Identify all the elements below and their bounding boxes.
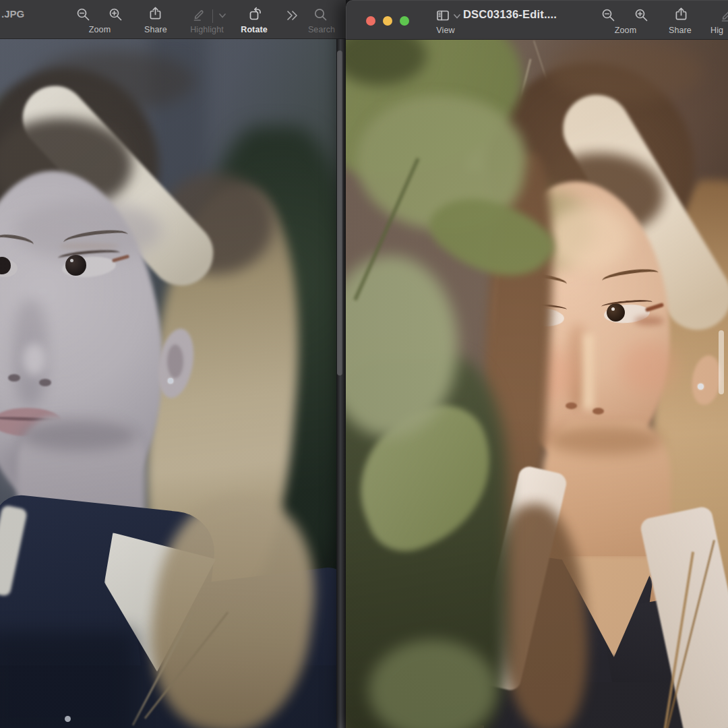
photo-canvas-edited	[346, 38, 728, 728]
window-title-partial: .JPG	[1, 8, 24, 20]
highlight-button[interactable]	[191, 7, 209, 24]
share-label: Share	[663, 26, 698, 35]
view-button[interactable]	[435, 7, 452, 25]
fullscreen-button[interactable]	[400, 16, 409, 26]
highlight-pencil-icon	[719, 7, 728, 24]
cool-tone-overlay	[0, 38, 336, 728]
zoom-in-button[interactable]	[634, 7, 651, 25]
search-label: Search	[303, 25, 340, 34]
highlight-label-clipped: Hig	[710, 26, 728, 35]
share-button[interactable]	[673, 6, 691, 24]
zoom-out-button[interactable]	[75, 7, 93, 24]
magnifier-minus-icon	[601, 7, 617, 24]
toolbar-left: .JPG Zoom Share Highlight R	[0, 0, 346, 39]
share-button[interactable]	[148, 5, 165, 23]
share-icon	[148, 5, 164, 22]
double-chevron-right-icon	[284, 7, 301, 24]
window-title: DSC03136-Edit....	[463, 8, 557, 21]
rotate-icon	[247, 6, 264, 22]
desktop: .JPG Zoom Share Highlight R	[0, 0, 728, 728]
share-icon	[673, 6, 690, 22]
magnifier-plus-icon	[108, 7, 124, 23]
zoom-label: Zoom	[80, 25, 120, 34]
photo-canvas-original	[0, 38, 336, 728]
scrollbar-thumb-left[interactable]	[337, 51, 342, 375]
zoom-in-button[interactable]	[108, 7, 125, 24]
minimize-button[interactable]	[383, 16, 392, 26]
rotate-button[interactable]	[247, 6, 265, 24]
view-label: View	[429, 26, 462, 35]
toolbar-divider	[212, 9, 213, 23]
toolbar-right: View DSC03136-Edit.... Zoom Share Hig	[346, 0, 728, 40]
scrollbar-thumb-right[interactable]	[719, 330, 724, 394]
share-label: Share	[138, 25, 173, 34]
search-icon	[313, 7, 329, 23]
preview-window-edited: View DSC03136-Edit.... Zoom Share Hig	[346, 0, 728, 728]
magnifier-plus-icon	[634, 7, 650, 24]
zoom-out-button[interactable]	[601, 7, 618, 25]
warm-tone-overlay	[346, 38, 728, 728]
chevron-down-icon[interactable]	[218, 11, 227, 20]
highlight-label: Highlight	[183, 25, 231, 34]
highlight-button-clipped[interactable]	[719, 7, 728, 25]
magnifier-minus-icon	[75, 7, 92, 23]
zoom-label: Zoom	[605, 26, 646, 35]
toolbar-overflow-button[interactable]	[284, 7, 302, 25]
highlight-pencil-icon	[191, 7, 208, 23]
search-button[interactable]	[313, 7, 330, 24]
preview-window-original: .JPG Zoom Share Highlight R	[0, 0, 346, 728]
sidebar-view-icon	[435, 7, 451, 24]
close-button[interactable]	[366, 16, 375, 26]
chevron-down-icon[interactable]	[452, 11, 462, 21]
rotate-label: Rotate	[237, 25, 272, 34]
